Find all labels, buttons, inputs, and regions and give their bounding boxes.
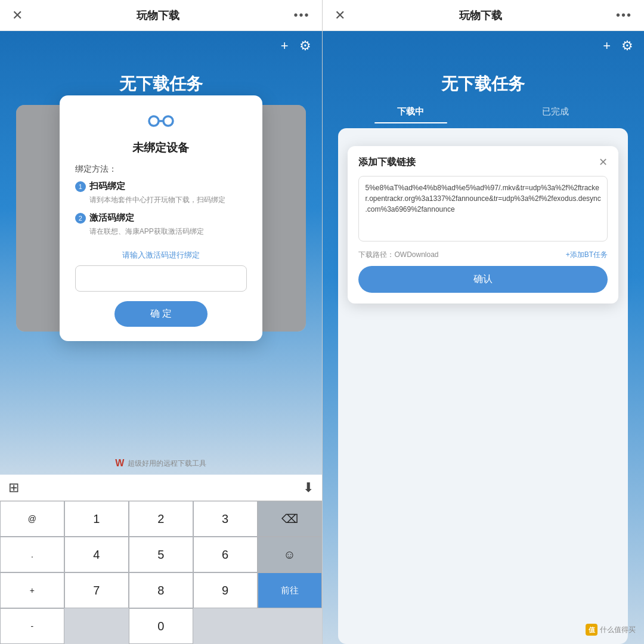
method1-num: 1 bbox=[75, 181, 86, 192]
key-emoji[interactable]: ☺ bbox=[258, 537, 322, 572]
key-0[interactable]: 0 bbox=[129, 608, 193, 644]
add-download-modal: 添加下载链接 ✕ 下载路径：OWDownload +添加BT任务 确认 bbox=[348, 146, 618, 304]
input-hint-text: 请输入激活码进行绑定 bbox=[122, 250, 200, 261]
method1-desc: 请到本地套件中心打开玩物下载，扫码绑定 bbox=[89, 194, 247, 205]
add-modal-close-button[interactable]: ✕ bbox=[599, 156, 608, 169]
keyboard-dismiss-icon[interactable]: ⬇ bbox=[303, 480, 314, 496]
key-at[interactable]: @ bbox=[0, 501, 64, 537]
confirm-download-button[interactable]: 确认 bbox=[358, 266, 608, 293]
right-card-area: 添加下载链接 ✕ 下载路径：OWDownload +添加BT任务 确认 bbox=[338, 128, 628, 644]
key-go[interactable]: 前往 bbox=[258, 572, 322, 608]
left-app-title: 玩物下载 bbox=[137, 8, 179, 23]
left-modal-overlay: 未绑定设备 绑定方法： 1 扫码绑定 请到本地套件中心打开玩物下载，扫码绑定 bbox=[16, 105, 306, 332]
key-spacer-r2 bbox=[258, 608, 322, 644]
key-9[interactable]: 9 bbox=[193, 572, 258, 608]
left-close-button[interactable]: ✕ bbox=[12, 8, 23, 23]
key-1[interactable]: 1 bbox=[64, 501, 129, 537]
key-spacer-r1 bbox=[193, 608, 258, 644]
bind-method-scan: 1 扫码绑定 请到本地套件中心打开玩物下载，扫码绑定 bbox=[75, 181, 247, 205]
right-phone-panel: ✕ 玩物下载 ••• + ⚙ 无下载任务 下载中 已完成 添加下载链接 ✕ bbox=[323, 0, 645, 644]
method2-name: 激活码绑定 bbox=[89, 212, 134, 224]
key-6[interactable]: 6 bbox=[193, 537, 258, 572]
key-5[interactable]: 5 bbox=[129, 537, 193, 572]
download-link-input[interactable] bbox=[358, 176, 608, 242]
key-4[interactable]: 4 bbox=[64, 537, 129, 572]
tab-downloading[interactable]: 下载中 bbox=[338, 100, 483, 123]
method1-name: 扫码绑定 bbox=[89, 181, 125, 192]
key-plus[interactable]: + bbox=[0, 572, 64, 608]
left-no-task-title: 无下载任务 bbox=[119, 73, 203, 95]
watermark-logo-icon: 值 bbox=[586, 624, 597, 636]
right-more-button[interactable]: ••• bbox=[616, 8, 632, 22]
confirm-bind-button[interactable]: 确 定 bbox=[114, 301, 208, 327]
bind-method-activation: 2 激活码绑定 请在联想、海康APP获取激活码绑定 bbox=[75, 212, 247, 237]
add-modal-header: 添加下载链接 ✕ bbox=[358, 156, 608, 169]
key-dot[interactable]: . bbox=[0, 537, 64, 572]
left-app-toolbar: + ⚙ bbox=[0, 31, 322, 61]
key-minus[interactable]: - bbox=[0, 608, 64, 644]
left-app-footer: W 超级好用的远程下载工具 bbox=[115, 452, 206, 475]
key-7[interactable]: 7 bbox=[64, 572, 129, 608]
right-no-task-title: 无下载任务 bbox=[441, 73, 525, 95]
method2-num: 2 bbox=[75, 213, 86, 224]
key-2[interactable]: 2 bbox=[129, 501, 193, 537]
modal-title: 未绑定设备 bbox=[132, 140, 189, 156]
key-8[interactable]: 8 bbox=[129, 572, 193, 608]
brand-slogan: 超级好用的远程下载工具 bbox=[128, 459, 206, 469]
method2-desc: 请在联想、海康APP获取激活码绑定 bbox=[89, 226, 247, 237]
right-settings-icon[interactable]: ⚙ bbox=[621, 38, 633, 54]
left-app-background: + ⚙ 无下载任务 未绑定设备 绑定方法： bbox=[0, 31, 322, 475]
left-phone-panel: ✕ 玩物下载 ••• + ⚙ 无下载任务 bbox=[0, 0, 322, 644]
right-app-background: + ⚙ 无下载任务 下载中 已完成 添加下载链接 ✕ 下载路径：OWDownlo… bbox=[323, 31, 645, 644]
left-card-area: 未绑定设备 绑定方法： 1 扫码绑定 请到本地套件中心打开玩物下载，扫码绑定 bbox=[16, 105, 306, 332]
modal-section-title: 绑定方法： bbox=[75, 164, 247, 175]
key-backspace[interactable]: ⌫ bbox=[258, 501, 322, 537]
left-bind-device-modal: 未绑定设备 绑定方法： 1 扫码绑定 请到本地套件中心打开玩物下载，扫码绑定 bbox=[60, 95, 262, 341]
brand-logo-icon: W bbox=[115, 458, 124, 469]
keyboard-grid-icon[interactable]: ⊞ bbox=[8, 480, 19, 496]
download-path-label: 下载路径：OWDownload bbox=[358, 250, 438, 260]
left-more-button[interactable]: ••• bbox=[293, 8, 309, 22]
link-chain-icon bbox=[148, 112, 174, 134]
right-app-title: 玩物下载 bbox=[459, 8, 502, 23]
right-tab-bar: 下载中 已完成 bbox=[338, 100, 628, 123]
activation-code-input[interactable] bbox=[75, 265, 247, 292]
tab-completed[interactable]: 已完成 bbox=[483, 100, 628, 123]
right-close-button[interactable]: ✕ bbox=[335, 8, 345, 23]
add-modal-title: 添加下载链接 bbox=[358, 156, 416, 169]
key-3[interactable]: 3 bbox=[193, 501, 258, 537]
left-keyboard: ⊞ ⬇ @ 1 2 3 ⌫ . 4 5 6 ☺ + 7 8 9 前往 - 0 bbox=[0, 475, 322, 644]
keyboard-grid: @ 1 2 3 ⌫ . 4 5 6 ☺ + 7 8 9 前往 - 0 bbox=[0, 501, 322, 644]
add-modal-footer: 下载路径：OWDownload +添加BT任务 bbox=[358, 250, 608, 260]
left-top-bar: ✕ 玩物下载 ••• bbox=[0, 0, 322, 31]
left-add-icon[interactable]: + bbox=[281, 38, 289, 54]
right-top-bar: ✕ 玩物下载 ••• bbox=[323, 0, 645, 31]
right-app-toolbar: + ⚙ bbox=[323, 31, 645, 61]
svg-rect-1 bbox=[163, 116, 173, 126]
add-bt-task-button[interactable]: +添加BT任务 bbox=[566, 250, 608, 260]
right-add-icon[interactable]: + bbox=[603, 38, 611, 54]
watermark-text: 什么值得买 bbox=[600, 625, 636, 635]
keyboard-top-row: ⊞ ⬇ bbox=[0, 475, 322, 501]
left-settings-icon[interactable]: ⚙ bbox=[299, 38, 311, 54]
watermark: 值 什么值得买 bbox=[586, 624, 636, 636]
svg-rect-0 bbox=[149, 116, 159, 126]
key-spacer-l bbox=[64, 608, 129, 644]
